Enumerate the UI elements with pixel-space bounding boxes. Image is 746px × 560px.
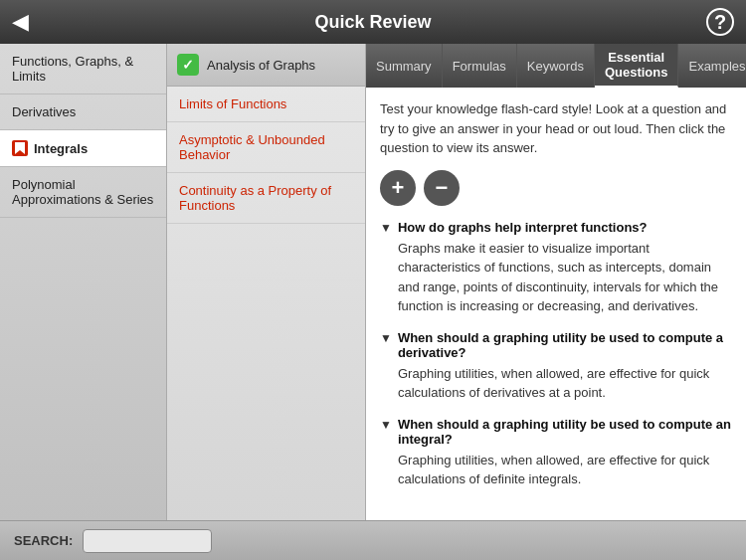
tab-keywords[interactable]: Keywords	[517, 44, 595, 88]
main-area: Functions, Graphs, & Limits Derivatives …	[0, 44, 746, 520]
help-button[interactable]: ?	[706, 8, 734, 36]
back-button[interactable]: ◀	[12, 9, 29, 35]
search-label: SEARCH:	[14, 533, 73, 548]
question-block-2: ▼ When should a graphing utility be used…	[380, 330, 732, 403]
tab-bar: Summary Formulas Keywords Essential Ques…	[366, 44, 746, 88]
sidebar: Functions, Graphs, & Limits Derivatives …	[0, 44, 167, 520]
question-title-2[interactable]: ▼ When should a graphing utility be used…	[380, 330, 732, 360]
tab-formulas[interactable]: Formulas	[443, 44, 517, 88]
tab-essential-questions[interactable]: Essential Questions	[595, 44, 679, 88]
remove-button[interactable]: −	[424, 170, 460, 206]
checkmark-icon: ✓	[177, 54, 199, 76]
sidebar-item-derivatives[interactable]: Derivatives	[0, 94, 166, 130]
sidebar-label: Polynomial Approximations & Series	[12, 177, 154, 207]
question-answer-3: Graphing utilities, when allowed, are ef…	[398, 451, 732, 489]
search-input[interactable]	[83, 529, 212, 553]
middle-item-asymptotic[interactable]: Asymptotic & Unbounded Behavior	[167, 122, 365, 173]
sidebar-label: Derivatives	[12, 104, 76, 119]
action-buttons: + −	[380, 170, 732, 206]
question-block-1: ▼ How do graphs help interpret functions…	[380, 220, 732, 316]
red-bookmark-icon	[12, 140, 28, 156]
content-panel: Summary Formulas Keywords Essential Ques…	[366, 44, 746, 520]
middle-panel: ✓ Analysis of Graphs Limits of Functions…	[167, 44, 366, 520]
svg-marker-0	[15, 142, 25, 154]
question-answer-1: Graphs make it easier to visualize impor…	[398, 239, 732, 316]
sidebar-item-polynomial[interactable]: Polynomial Approximations & Series	[0, 167, 166, 218]
sidebar-item-integrals[interactable]: Integrals	[0, 130, 166, 167]
middle-header-label: Analysis of Graphs	[207, 58, 315, 73]
sidebar-label: Integrals	[34, 141, 88, 156]
question-answer-2: Graphing utilities, when allowed, are ef…	[398, 364, 732, 403]
sidebar-item-functions[interactable]: Functions, Graphs, & Limits	[0, 44, 166, 94]
collapse-icon-2: ▼	[380, 331, 392, 345]
middle-item-continuity[interactable]: Continuity as a Property of Functions	[167, 173, 365, 224]
question-block-3: ▼ When should a graphing utility be used…	[380, 417, 732, 489]
footer: SEARCH:	[0, 520, 746, 560]
tab-examples[interactable]: Examples	[678, 44, 746, 88]
add-button[interactable]: +	[380, 170, 416, 206]
middle-header: ✓ Analysis of Graphs	[167, 44, 365, 87]
tab-summary[interactable]: Summary	[366, 44, 443, 88]
page-title: Quick Review	[314, 12, 431, 33]
sidebar-label: Functions, Graphs, & Limits	[12, 54, 154, 84]
collapse-icon-3: ▼	[380, 418, 392, 432]
question-title-1[interactable]: ▼ How do graphs help interpret functions…	[380, 220, 732, 235]
middle-item-limits[interactable]: Limits of Functions	[167, 87, 365, 122]
header: ◀ Quick Review ?	[0, 0, 746, 44]
intro-text: Test your knowledge flash-card style! Lo…	[380, 99, 732, 158]
question-title-3[interactable]: ▼ When should a graphing utility be used…	[380, 417, 732, 447]
content-body: Test your knowledge flash-card style! Lo…	[366, 88, 746, 520]
collapse-icon-1: ▼	[380, 221, 392, 235]
